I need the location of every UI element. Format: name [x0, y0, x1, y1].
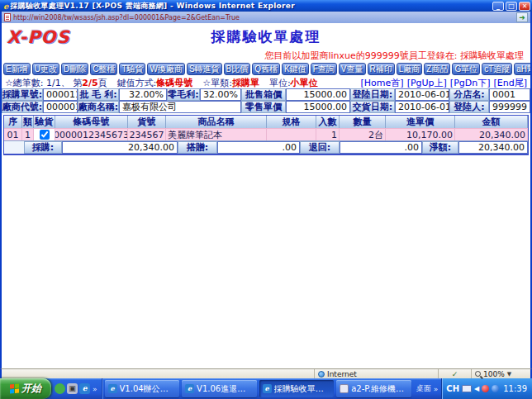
- col-spec: 規格: [267, 116, 316, 128]
- toolbar-button-unit[interactable]: G單位: [452, 63, 480, 75]
- cell-inspected: [34, 128, 55, 140]
- toolbar-button-inspect[interactable]: T驗貨: [119, 63, 145, 75]
- cell-qty: 2台: [340, 128, 386, 140]
- retail-price-field[interactable]: 15000.00: [286, 101, 350, 113]
- address-bar: http://win2008/tw/wsass/jsh.asp?dl=00000…: [0, 12, 532, 23]
- zoom-dropdown-arrow[interactable]: ▼: [507, 371, 511, 378]
- page-content: X-POS 採購驗收單處理 您目前以加盟商linxue的999999號員工登錄在…: [0, 23, 532, 368]
- toolbar-button-product[interactable]: Z商品: [424, 63, 450, 75]
- net-total-value: 20,340.00: [458, 141, 528, 154]
- toolbar-button-vendor[interactable]: L廠商: [397, 63, 423, 75]
- nav-pgdn[interactable]: [PgDn下]: [450, 77, 491, 89]
- cell-barcode: 0000012345673: [55, 128, 128, 140]
- toolbar-button-edit[interactable]: U更改: [32, 63, 59, 75]
- hide-icons-chevron[interactable]: ◀: [474, 385, 479, 392]
- xpos-logo: X-POS: [7, 27, 70, 47]
- zoom-control[interactable]: 100% ▼: [471, 369, 530, 378]
- unit-mode-value: 小單位: [291, 77, 318, 89]
- toolbar-button-change-vendor[interactable]: W換廠商: [147, 63, 184, 75]
- page-unit: 頁: [98, 77, 107, 89]
- show-desktop-icon[interactable]: ▣: [67, 383, 78, 394]
- close-button[interactable]: ✕: [519, 2, 530, 11]
- inspected-checkbox[interactable]: [40, 130, 50, 140]
- entry-date-field[interactable]: 2010-06-01: [395, 88, 449, 101]
- toolbar: E新增 U更改 D刪除 C整檔 T驗貨 W換廠商 S轉進貨 B比價 Q舊檔 K鍵…: [2, 62, 530, 77]
- wholesale-margin-field[interactable]: 32.00%: [119, 88, 167, 101]
- table-header-row: 序 類 驗貨 條碼母號 貨號 商品名稱 規格 入數 數量 進單價 金額: [4, 116, 528, 128]
- window-title: 採購驗收單處理V1.17 [X-POS 雲端商務網] - Windows Int…: [10, 1, 491, 12]
- vendor-code-field[interactable]: 000001: [43, 101, 78, 113]
- doc-type-label: ☆單類:: [202, 77, 232, 89]
- operator-field[interactable]: 999999: [489, 101, 530, 113]
- col-price: 進單價: [386, 116, 455, 128]
- nav-home[interactable]: [Home首]: [361, 77, 404, 89]
- vendor-name-label: 廠商名稱:: [78, 101, 119, 113]
- toolbar-button-track[interactable]: cT追蹤: [482, 63, 512, 75]
- col-inspected: 驗貨: [34, 116, 55, 128]
- toolbar-button-to-stockin[interactable]: S轉進貨: [187, 63, 222, 75]
- toolbar-button-new[interactable]: E新增: [3, 63, 31, 75]
- taskbar-task-3-active[interactable]: e 採購驗收單處理V...: [259, 380, 335, 397]
- retail-margin-field[interactable]: 32.00%: [200, 88, 241, 101]
- status-bar: Internet ✓ 100% ▼: [0, 368, 532, 378]
- bonus-total-value: .00: [217, 141, 300, 154]
- po-number-label: 採購單號:: [2, 88, 43, 101]
- vendor-name-field[interactable]: 嘉极有限公司: [119, 101, 241, 113]
- start-button[interactable]: 开始: [0, 378, 51, 399]
- operator-label: 登陸人:: [449, 101, 489, 113]
- col-type: 類: [22, 116, 34, 128]
- po-number-field[interactable]: 000011: [43, 88, 78, 101]
- branch-label: 分店名:: [449, 88, 489, 101]
- cell-spec: [267, 128, 316, 140]
- case-price-label: 批售箱價: [241, 88, 286, 101]
- nav-end[interactable]: [End尾]: [494, 77, 528, 89]
- toolbar-button-old-file[interactable]: Q舊檔: [252, 63, 280, 75]
- toolbar-button-compare-price[interactable]: B比價: [224, 63, 251, 75]
- keyboard-icon[interactable]: [462, 385, 472, 392]
- toolbar-button-key-value[interactable]: K鍵值: [282, 63, 309, 75]
- tray-status-icon-red[interactable]: [482, 385, 489, 392]
- language-indicator[interactable]: CH: [446, 384, 459, 393]
- col-qty: 數量: [340, 116, 386, 128]
- taskbar-task-1[interactable]: e V1.04辦公區 (X-P...: [105, 380, 180, 397]
- taskbar-task-2[interactable]: e V1.06進退貨未結...: [182, 380, 257, 397]
- delivery-date-label: 交貨日期:: [350, 101, 395, 113]
- page-title: 採購驗收單處理: [211, 27, 321, 46]
- desktop-toolbar[interactable]: 桌面 »: [414, 378, 442, 399]
- internet-zone-label: Internet: [327, 370, 357, 378]
- desktop-toolbar-chevron[interactable]: »: [433, 385, 439, 393]
- cell-pack: 1: [316, 128, 340, 140]
- toolbar-button-query[interactable]: F查詢: [311, 63, 337, 75]
- page-nav: [Home首] [PgUp上] [PgDn下] [End尾]: [361, 77, 527, 89]
- col-amount: 金額: [455, 116, 528, 128]
- return-total-value: .00: [340, 141, 422, 154]
- toolbar-button-reprint[interactable]: R補印: [368, 63, 395, 75]
- toolbar-button-help[interactable]: aH幫助: [514, 63, 532, 75]
- cell-name: 美麗牌筆記本: [166, 128, 267, 140]
- tray-status-icon-blue[interactable]: [492, 385, 499, 392]
- system-tray: CH ◀ 11:39: [441, 378, 532, 399]
- login-notice: 您目前以加盟商linxue的999999號員工登錄在: 採購驗收單處理: [2, 50, 530, 62]
- nav-pgup[interactable]: [PgUp上]: [407, 77, 447, 89]
- branch-field[interactable]: 0001: [489, 88, 530, 101]
- maximize-button[interactable]: □: [506, 2, 517, 11]
- taskbar-task-4[interactable]: a2-P.維修機操作...: [336, 380, 411, 397]
- page-icon: [4, 13, 11, 21]
- cell-price: 10,170.00: [386, 128, 455, 140]
- quicklaunch-overflow-chevron[interactable]: »: [92, 385, 98, 393]
- cell-item-no: 234567: [128, 128, 166, 140]
- toolbar-button-file[interactable]: C整檔: [90, 63, 117, 75]
- minimize-button[interactable]: _: [492, 2, 504, 11]
- magnifier-icon: [475, 371, 481, 377]
- url-text[interactable]: http://win2008/tw/wsass/jsh.asp?dl=00000…: [13, 14, 514, 21]
- toolbar-button-quantity[interactable]: V查量: [339, 63, 366, 75]
- messenger-icon[interactable]: [55, 383, 65, 394]
- retail-margin-label: 零毛利:: [167, 88, 200, 101]
- ie-icon: e: [3, 2, 8, 11]
- case-price-field[interactable]: 15000.00: [286, 88, 350, 101]
- toolbar-button-delete[interactable]: D刪除: [61, 63, 88, 75]
- go-button[interactable]: ➜: [516, 12, 528, 22]
- ie-task-icon: e: [263, 384, 272, 393]
- delivery-date-field[interactable]: 2010-06-01: [395, 101, 449, 113]
- ie-quicklaunch-icon[interactable]: e: [79, 383, 90, 394]
